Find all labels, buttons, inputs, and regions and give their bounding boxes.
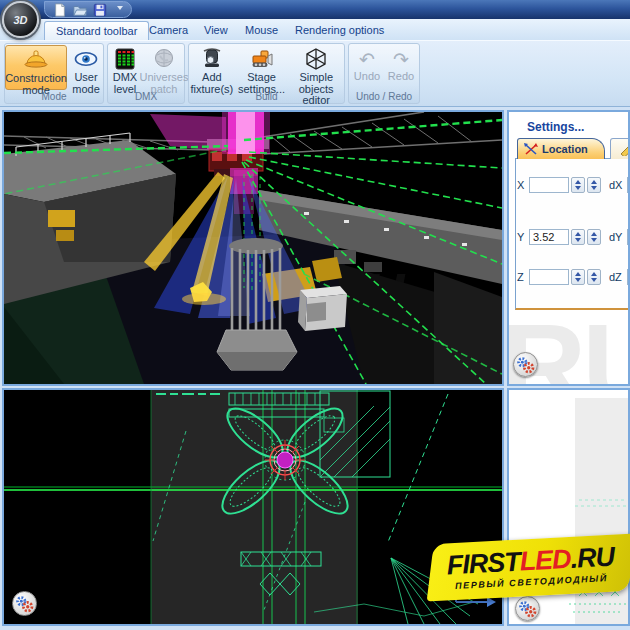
undo-icon: ↶	[359, 47, 375, 71]
ribbon: Construction mode User mode Mode	[0, 40, 630, 107]
simple-objects-editor-button[interactable]: Simple objects editor	[288, 45, 344, 90]
gears-icon	[13, 592, 36, 615]
button-label: Undo	[354, 71, 380, 83]
x-value-input[interactable]	[529, 177, 569, 193]
user-mode-button[interactable]: User mode	[69, 45, 103, 90]
tab-location[interactable]: Location	[517, 138, 605, 159]
bulldozer-icon	[250, 47, 274, 71]
x-axis-label: X	[517, 179, 529, 191]
x-spinner-coarse[interactable]	[571, 177, 585, 193]
qat-dropdown-icon[interactable]	[117, 6, 123, 13]
white-box	[298, 286, 347, 331]
pencil-icon	[619, 142, 630, 156]
dy-label: dY	[609, 231, 625, 243]
dmx-level-button[interactable]: DMX level	[108, 45, 142, 90]
tab-location-label: Location	[542, 143, 588, 155]
universe-globe-icon	[152, 47, 176, 71]
redo-button[interactable]: ↷ Redo	[385, 45, 417, 90]
tab-rendering-options[interactable]: Rendering options	[284, 21, 395, 40]
settings-panel: RU Settings... Location X dX Y dY Z	[507, 110, 630, 386]
stage-area	[151, 390, 358, 624]
undo-button[interactable]: ↶ Undo	[351, 45, 383, 90]
tab-camera[interactable]: Camera	[138, 21, 199, 40]
y-spinner-fine[interactable]	[587, 229, 601, 245]
panel-settings-gears-button[interactable]	[513, 352, 538, 377]
center-fixture	[265, 440, 305, 480]
redo-icon: ↷	[393, 47, 409, 71]
location-row-y: Y dY	[517, 228, 630, 246]
group-label-dmx: DMX	[108, 91, 184, 102]
group-label-build: Build	[189, 91, 344, 102]
gears-icon	[514, 353, 537, 376]
save-icon[interactable]	[93, 3, 107, 17]
settings-panel-title: Settings...	[527, 120, 584, 134]
group-label-mode: Mode	[5, 91, 103, 102]
viewport-settings-gears-button[interactable]	[12, 591, 37, 616]
y-axis-label: Y	[517, 231, 529, 243]
z-axis-label: Z	[517, 271, 529, 283]
dx-label: dX	[609, 179, 625, 191]
panel-settings-gears-button[interactable]	[515, 596, 540, 621]
viewport-3d-perspective[interactable]: FIRSTLED.RU	[2, 110, 504, 386]
location-row-z: Z dZ	[517, 268, 630, 286]
stage-3d-scene: FIRSTLED.RU	[4, 112, 502, 384]
open-folder-icon[interactable]	[73, 3, 87, 17]
new-document-icon[interactable]	[53, 3, 67, 17]
application-orb-button[interactable]: 3D	[2, 1, 39, 38]
quick-access-toolbar	[44, 1, 132, 18]
universes-patch-button[interactable]: Universes patch	[144, 45, 184, 90]
banner-ru: .RU	[570, 542, 615, 574]
banner-led: LED	[519, 544, 572, 577]
wire-cube-icon	[304, 47, 328, 71]
ribbon-tab-strip: Standard toolbar Camera View Mouse Rende…	[0, 19, 630, 40]
y-value-input[interactable]	[529, 229, 569, 245]
ribbon-group-build: Add fixture(s) Stage settings...	[188, 43, 345, 104]
location-row-x: X dX	[517, 176, 630, 194]
tab-edit-partial[interactable]	[610, 138, 630, 159]
ribbon-group-mode: Construction mode User mode Mode	[4, 43, 104, 104]
hardhat-icon	[24, 48, 48, 72]
button-label: Redo	[388, 71, 414, 83]
dmx-meter-icon	[113, 47, 137, 71]
banner-first: FIRST	[446, 547, 520, 581]
ribbon-group-undo-redo: ↶ Undo ↷ Redo Undo / Redo	[348, 43, 420, 104]
x-spinner-fine[interactable]	[587, 177, 601, 193]
dz-label: dZ	[609, 271, 625, 283]
orb-label: 3D	[13, 14, 27, 26]
gears-icon	[516, 597, 539, 620]
construction-mode-button[interactable]: Construction mode	[5, 45, 67, 90]
z-value-input[interactable]	[529, 269, 569, 285]
tab-standard-toolbar[interactable]: Standard toolbar	[44, 21, 149, 40]
fixture-icon	[200, 47, 224, 71]
ribbon-group-dmx: DMX level Universes patch DMX	[107, 43, 185, 104]
add-fixture-button[interactable]: Add fixture(s)	[189, 45, 235, 90]
stage-settings-button[interactable]: Stage settings...	[237, 45, 287, 90]
group-label-undo-redo: Undo / Redo	[349, 91, 419, 102]
tab-mouse[interactable]: Mouse	[234, 21, 289, 40]
z-spinner-coarse[interactable]	[571, 269, 585, 285]
tab-view[interactable]: View	[193, 21, 239, 40]
eye-icon	[74, 47, 98, 71]
firstled-banner: FIRSTLED.RU ПЕРВЫЙ СВЕТОДИОДНЫЙ	[427, 533, 630, 601]
y-spinner-coarse[interactable]	[571, 229, 585, 245]
axes-icon	[524, 143, 538, 156]
z-spinner-fine[interactable]	[587, 269, 601, 285]
